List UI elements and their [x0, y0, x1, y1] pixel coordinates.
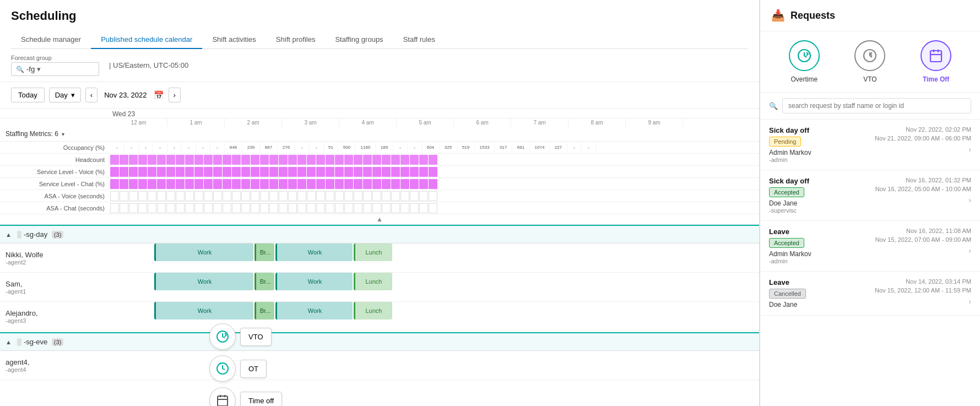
time-label-12am: 12 am [110, 118, 167, 127]
vto-label-button[interactable]: VTO [240, 328, 272, 346]
tab-published-schedule[interactable]: Published schedule calendar [91, 31, 202, 49]
request-item-0[interactable]: Sick day off Pending Admin Markov -admin… [760, 120, 980, 170]
time-label-4am: 4 am [339, 118, 397, 127]
requests-header: 📥 Requests [760, 0, 980, 31]
request-role-0: -admin [769, 156, 875, 163]
request-badge-0: Pending [769, 137, 801, 147]
shift-work-nikki: Work [154, 243, 253, 261]
group-header-sg-day[interactable]: ▲ -sg-day (3) [0, 226, 759, 243]
request-person-2: Admin Markov [769, 250, 875, 258]
collapse-divider[interactable]: ▲ [0, 214, 759, 225]
tab-shift-activities[interactable]: Shift activities [202, 31, 266, 49]
group-header-sg-eve[interactable]: ▲ -sg-eve (3) [0, 333, 759, 351]
requests-title: Requests [791, 10, 835, 21]
tab-staffing-groups[interactable]: Staffing groups [325, 31, 393, 49]
time-label-5am: 5 am [397, 118, 454, 127]
today-button[interactable]: Today [11, 88, 45, 102]
agent-id-alejandro: -agent3 [6, 317, 105, 324]
vto-circle-button[interactable] [209, 323, 236, 350]
agent-id-agent4: -agent4 [6, 366, 105, 373]
wed-header: Wed 23 [112, 109, 759, 118]
agent-id-sam: -agent1 [6, 288, 105, 295]
agent-info-sam: Sam, -agent1 [0, 277, 110, 298]
staffing-metrics-header[interactable]: Staffing Metrics: 6 ▾ [0, 127, 759, 142]
shift-work2-nikki: Work [275, 243, 353, 261]
collapse-icon: ▲ [376, 215, 383, 223]
shift-lunch-alejandro: Lunch [354, 302, 392, 320]
request-type-text-3: Leave [769, 278, 875, 286]
prev-arrow[interactable]: ‹ [85, 88, 98, 102]
shift-break-nikki: Br... [255, 243, 274, 261]
request-item-1[interactable]: Sick day off Accepted Doe Jane -supervis… [760, 170, 980, 221]
schedule-section-sg-day: ▲ -sg-day (3) Nikki, Wolfe -agent2 [0, 225, 759, 331]
shift-work-alejandro: Work [154, 302, 253, 320]
group-chevron-icon: ▲ [6, 231, 12, 238]
next-arrow[interactable]: › [169, 88, 181, 102]
request-badge-2: Accepted [769, 238, 804, 248]
agent-id-nikki: -agent2 [6, 259, 105, 266]
request-item-3[interactable]: Leave Cancelled Doe Jane Nov 14, 2022, 0… [760, 272, 980, 316]
ot-label-button[interactable]: OT [240, 360, 267, 378]
calendar-toolbar: Today Day ▾ ‹ Nov 23, 2022 📅 › [0, 82, 759, 109]
shift-lunch-sam: Lunch [354, 273, 392, 290]
search-icon: 🔍 [769, 102, 778, 110]
request-role-1: -supervisc [769, 207, 875, 214]
request-item-2[interactable]: Leave Accepted Admin Markov -admin Nov 1… [760, 221, 980, 272]
time-label-7am: 7 am [511, 118, 568, 127]
calendar-icon[interactable]: 📅 [154, 90, 164, 100]
time-label-2am: 2 am [225, 118, 282, 127]
request-type-overtime[interactable]: Overtime [789, 40, 820, 83]
chevron-down-icon: ▾ [71, 91, 75, 99]
agent-name-nikki: Nikki, Wolfe [6, 251, 105, 259]
floating-actions: VTO OT [209, 323, 282, 406]
forecast-select[interactable]: 🔍 -fg ▾ [11, 62, 99, 76]
page-title: Scheduling [11, 9, 748, 23]
shift-work2-alejandro: Work [275, 302, 353, 320]
group-chevron-icon-eve: ▲ [6, 339, 12, 345]
vto-label: VTO [863, 75, 876, 83]
metric-row-slc: Service Level - Chat (%) [0, 178, 759, 190]
request-time-0: Nov 21, 2022, 09:00 AM - 06:00 PM [875, 135, 971, 142]
metric-label-slv: Service Level - Voice (%) [0, 167, 110, 176]
request-type-text-1: Sick day off [769, 177, 875, 185]
inbox-icon: 📥 [771, 9, 785, 22]
shift-work2-sam: Work [275, 273, 353, 290]
metric-label-occupancy: Occupancy (%) [0, 143, 110, 152]
tab-shift-profiles[interactable]: Shift profiles [266, 31, 326, 49]
nav-tabs: Schedule manager Published schedule cale… [11, 31, 748, 49]
ot-circle-button[interactable] [209, 355, 236, 382]
request-date-0: Nov 22, 2022, 02:02 PM [906, 126, 971, 133]
agent-info-nikki: Nikki, Wolfe -agent2 [0, 247, 110, 269]
metric-label-headcount: Headcount [0, 155, 110, 164]
timezone-label: | US/Eastern, UTC-05:00 [109, 61, 188, 69]
request-types: Overtime VTO Time Off [760, 31, 980, 93]
request-badge-1: Accepted [769, 187, 804, 197]
view-select[interactable]: Day ▾ [49, 88, 81, 102]
chevron-right-icon-2: › [968, 246, 971, 255]
staffing-metrics: Staffing Metrics: 6 ▾ Occupancy (%) - - … [0, 127, 759, 214]
search-bar: 🔍 [760, 93, 980, 120]
tab-schedule-manager[interactable]: Schedule manager [11, 31, 91, 49]
timeoff-label-button[interactable]: Time off [240, 392, 282, 407]
request-time-3: Nov 15, 2022, 12:00 AM - 11:59 PM [875, 287, 971, 294]
agent-row-sam: Sam, -agent1 Work Br... Work Lunch [0, 273, 759, 302]
search-input[interactable] [782, 98, 971, 113]
request-type-timeoff[interactable]: Time Off [921, 40, 951, 83]
request-type-vto[interactable]: VTO [854, 40, 885, 83]
metric-label-slc: Service Level - Chat (%) [0, 180, 110, 188]
timeoff-circle-button[interactable] [209, 387, 236, 406]
metric-label-asav: ASA - Voice (seconds) [0, 192, 110, 201]
agent-timeline-agent4 [110, 351, 759, 380]
agent-timeline-nikki: Work Br... Work Lunch [110, 243, 759, 272]
tab-staff-rules[interactable]: Staff rules [393, 31, 445, 49]
time-label-8am: 8 am [568, 118, 626, 127]
forecast-value: -fg [26, 65, 35, 73]
metric-row-headcount: Headcount [0, 154, 759, 166]
request-time-2: Nov 15, 2022, 07:00 AM - 09:00 AM [875, 236, 971, 243]
staffing-metrics-label: Staffing Metrics: 6 [6, 130, 58, 138]
date-display: Nov 23, 2022 [104, 91, 147, 99]
toolbar: Forecast group 🔍 -fg ▾ | US/Eastern, UTC… [0, 49, 759, 82]
agent-name-alejandro: Alejandro, [6, 309, 105, 317]
vto-circle [854, 40, 885, 71]
metric-row-asav: ASA - Voice (seconds) [0, 190, 759, 202]
